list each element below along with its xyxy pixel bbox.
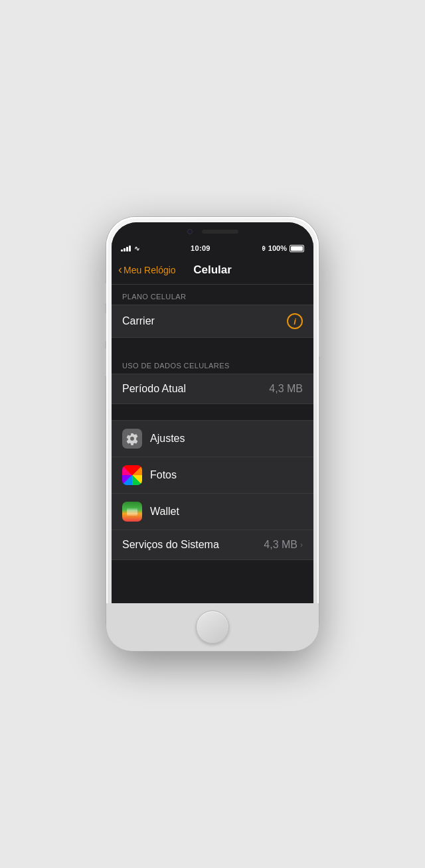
status-right: 𐐂 100% [262,244,304,252]
servicos-value-container: 4,3 MB › [264,539,303,551]
fotos-left: Fotos [122,465,177,485]
fotos-label: Fotos [150,469,177,481]
ajustes-left: Ajustes [122,429,185,449]
list-item-fotos[interactable]: Fotos [112,457,313,494]
section-plano-celular: PLANO CELULAR Carrier i [112,285,313,338]
volume-up-button[interactable] [104,313,106,341]
carrier-label: Carrier [122,315,155,327]
navigation-bar: ‹ Meu Relógio Celular [112,255,313,285]
signal-bar-4 [129,246,131,252]
back-button[interactable]: ‹ Meu Relógio [118,264,176,275]
home-button[interactable] [196,611,229,644]
speaker [202,230,238,234]
phone-top-bar [112,222,313,241]
volume-down-button[interactable] [104,348,106,376]
wallet-left: Wallet [122,502,179,522]
page-title: Celular [193,263,232,277]
phone-frame: ∿ 10:09 𐐂 100% ‹ Meu Relógio Celular [106,217,319,651]
servicos-label: Serviços do Sistema [122,539,219,551]
gear-svg [126,432,139,445]
spacer-2 [112,404,313,420]
signal-bar-3 [126,247,128,252]
wallet-cards-svg [126,505,139,518]
spacer-1 [112,338,313,354]
servicos-value: 4,3 MB [264,539,298,551]
wallet-label: Wallet [150,506,179,518]
ajustes-label: Ajustes [150,433,185,445]
carrier-info-icon[interactable]: i [287,313,303,329]
list-item-ajustes[interactable]: Ajustes [112,421,313,457]
section-header-uso: USO DE DADOS CELULARES [112,354,313,374]
status-time: 10:09 [191,244,211,252]
section-uso-dados: USO DE DADOS CELULARES Período Atual 4,3… [112,354,313,404]
ajustes-icon [122,429,142,449]
svg-rect-1 [127,508,137,514]
list-group-periodo: Período Atual 4,3 MB [112,374,313,404]
list-group-apps: Ajustes Fotos [112,420,313,560]
signal-strength [121,245,131,252]
front-camera [187,229,193,234]
list-group-plano: Carrier i [112,305,313,338]
status-left: ∿ [121,245,139,252]
list-item-periodo[interactable]: Período Atual 4,3 MB [112,374,313,403]
screen-content: ‹ Meu Relógio Celular PLANO CELULAR Carr… [112,255,313,603]
status-bar: ∿ 10:09 𐐂 100% [112,241,313,255]
list-item-wallet[interactable]: Wallet [112,494,313,530]
battery-icon [290,245,304,252]
wifi-icon: ∿ [134,245,139,252]
list-item-servicos[interactable]: Serviços do Sistema 4,3 MB › [112,530,313,559]
section-header-plano: PLANO CELULAR [112,285,313,305]
list-item-carrier[interactable]: Carrier i [112,305,313,337]
signal-bar-1 [121,250,123,252]
back-chevron-icon: ‹ [118,263,122,275]
bluetooth-icon: 𐐂 [262,244,266,252]
wallet-icon [122,502,142,522]
carrier-label-container: Carrier [122,315,155,327]
servicos-chevron-icon: › [300,540,303,549]
home-button-area [106,603,319,651]
battery-percent: 100% [268,244,287,252]
fotos-icon [122,465,142,485]
back-label: Meu Relógio [124,265,176,275]
periodo-value: 4,3 MB [269,383,303,395]
battery-fill [291,246,303,251]
power-button[interactable] [319,320,321,356]
periodo-label: Período Atual [122,383,186,395]
signal-bar-2 [124,248,126,252]
phone-screen: ∿ 10:09 𐐂 100% ‹ Meu Relógio Celular [112,222,313,646]
